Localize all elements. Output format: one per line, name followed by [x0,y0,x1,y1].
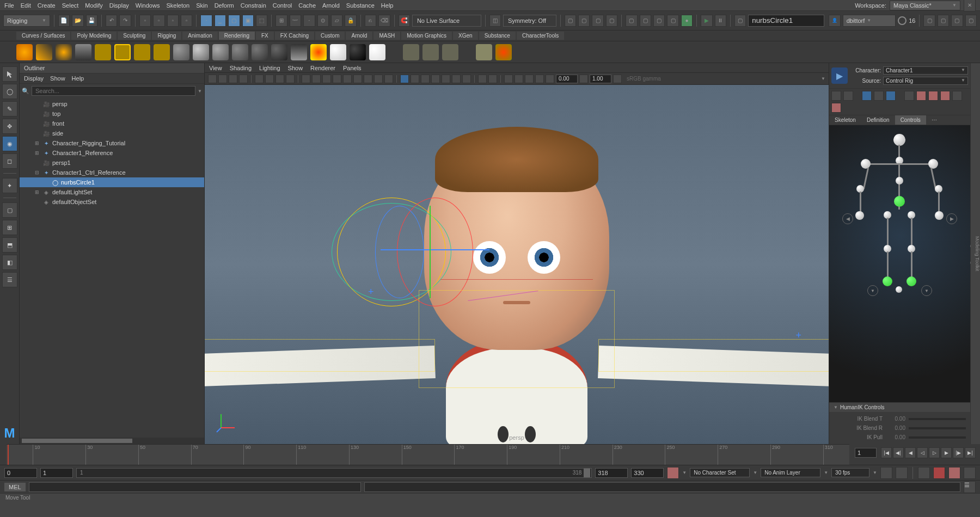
modeling-toolkit-tab[interactable]: Modeling Toolkit [975,236,980,271]
shelf-render-icon[interactable] [403,44,419,60]
menu-constrain[interactable]: Constrain [241,2,266,9]
menu-skin[interactable]: Skin [196,2,207,9]
vp-field-button[interactable] [312,75,321,83]
snap-plane-button[interactable]: ▱ [331,15,342,27]
hik-stance-button[interactable] [831,91,841,101]
history-button[interactable]: ⎌ [365,15,376,27]
autokey-button[interactable] [667,467,679,479]
joint-shoulder-r[interactable] [928,159,938,169]
vp-menu-shading[interactable]: Shading [230,65,252,71]
menu-modify[interactable]: Modify [85,2,102,9]
tree-item-top[interactable]: 🎥top [20,109,204,119]
hik-key-all-button[interactable] [916,91,926,101]
vp-gamma-button2[interactable] [579,75,588,83]
range-start-outer[interactable] [4,468,37,478]
sound-button[interactable] [896,467,908,479]
hand-arrow-l[interactable]: ◀ [842,213,853,224]
hik-key-sel-button[interactable] [940,91,950,101]
menu-arnold[interactable]: Arnold [322,2,340,9]
symmetry-dropdown[interactable]: Symmetry: Off [503,15,556,27]
shelf-tab-sculpt[interactable]: Sculpting [118,32,151,40]
last-tool-button[interactable]: ✦ [2,178,17,193]
vp-menu-panels[interactable]: Panels [343,65,362,71]
chevron-down-icon[interactable]: ▼ [198,89,202,94]
shelf-batch-icon[interactable] [442,44,458,60]
vp-menu-show[interactable]: Show [288,65,303,71]
source-dropdown[interactable]: Control Rig▼ [883,77,968,85]
shelf-stingray-icon[interactable] [310,44,327,60]
vp-lights-button[interactable] [374,75,383,83]
scale-tool-button[interactable]: ◻ [2,153,17,169]
shelf-tab-chartools[interactable]: CharacterTools [517,32,564,40]
open-scene-button[interactable]: 📂 [72,15,83,27]
hik-fullbody-button[interactable] [862,91,872,101]
shelf-hypershade-icon[interactable] [476,44,492,60]
tree-item-objectset[interactable]: ◈defaultObjectSet [20,197,204,207]
shelf-tab-curves[interactable]: Curves / Surfaces [16,32,70,40]
collapse-icon[interactable]: ⊟ [35,170,40,175]
expand-icon[interactable]: ⊞ [35,150,40,156]
shelf-tab-xgen[interactable]: XGen [453,32,478,40]
vp-shadows-button[interactable] [384,75,393,83]
mute-button[interactable] [918,467,930,479]
vp-safe-action-button[interactable] [322,75,331,83]
shelf-ramp-icon[interactable] [271,44,287,60]
shelf-aniso-icon[interactable] [252,44,268,60]
shelf-point-light-icon[interactable] [36,44,52,60]
toolbox-btn-2[interactable]: ▢ [938,15,949,27]
vp-menu-lighting[interactable]: Lighting [259,65,280,71]
shelf-tab-mograph[interactable]: Motion Graphics [401,32,452,40]
joint-hand-l[interactable] [855,211,864,220]
shelf-lambert-icon[interactable] [173,44,189,60]
play-button[interactable]: ▶ [701,15,712,27]
shelf-tab-rendering[interactable]: Rendering [219,32,255,40]
animlayer-menu[interactable]: ▼ [824,470,828,475]
foot-arrow-r[interactable]: ▼ [921,285,932,296]
play-forward-button[interactable]: ▷ [929,447,940,458]
render-active-button[interactable]: ● [681,15,693,27]
vp-bookmark-button[interactable] [229,75,237,83]
snap-curve-button[interactable]: 〰 [290,15,301,27]
step-forward-button[interactable]: ▶ [941,447,952,458]
ipr-button[interactable]: ▢ [578,15,590,27]
menu-deform[interactable]: Deform [215,2,234,9]
select-hier-button[interactable]: ▫ [153,15,164,27]
shelf-tab-poly[interactable]: Poly Modeling [71,32,117,40]
range-handle-end[interactable] [584,469,590,477]
menu-help[interactable]: Help [381,2,394,9]
joint-foot-r[interactable] [906,276,916,286]
vp-image-plane-button[interactable] [239,75,248,83]
vp-xray-button[interactable] [411,75,419,83]
paint-select-button[interactable]: ✎ [2,101,17,116]
toolbox-btn-3[interactable]: ▢ [951,15,963,27]
select-uv-button[interactable]: ▣ [242,15,254,27]
hik-tab-skeleton[interactable]: Skeleton [829,115,861,125]
joint-chest[interactable] [896,177,903,184]
shelf-target-icon[interactable] [495,44,512,60]
select-obj-button[interactable]: ▫ [167,15,179,27]
joint-base[interactable] [896,286,902,293]
time-cursor[interactable] [8,445,9,465]
vp-lock-cam-button[interactable] [218,75,227,83]
vp-film-gate-button[interactable] [275,75,284,83]
step-back-key-button[interactable]: ◀| [893,447,904,458]
shelf-ipr-icon[interactable] [422,44,439,60]
vp-gamma-value[interactable] [590,75,611,83]
outliner-tree[interactable]: 🎥persp 🎥top 🎥front 🎥side ⊞✦Character_Rig… [20,98,204,438]
menu-windows[interactable]: Windows [136,2,160,9]
menu-control[interactable]: Control [273,2,292,9]
shelf-surface-icon[interactable] [369,44,385,60]
hik-key-body-button[interactable] [928,91,938,101]
range-end-outer[interactable] [631,468,664,478]
step-forward-key-button[interactable]: |▶ [953,447,964,458]
hik-selection-button[interactable] [886,91,896,101]
param-ikpull-slider[interactable] [909,436,966,439]
redo-button[interactable]: ↷ [119,15,131,27]
vp-float-button[interactable] [535,75,544,83]
vp-xray-joints-button[interactable] [421,75,430,83]
render-settings-button[interactable]: ▢ [606,15,617,27]
tree-item-side[interactable]: 🎥side [20,128,204,138]
vp-exposure-button[interactable] [504,75,513,83]
workspace-close-button[interactable]: ✕ [964,0,976,11]
shelf-area-light-icon[interactable] [75,44,91,60]
